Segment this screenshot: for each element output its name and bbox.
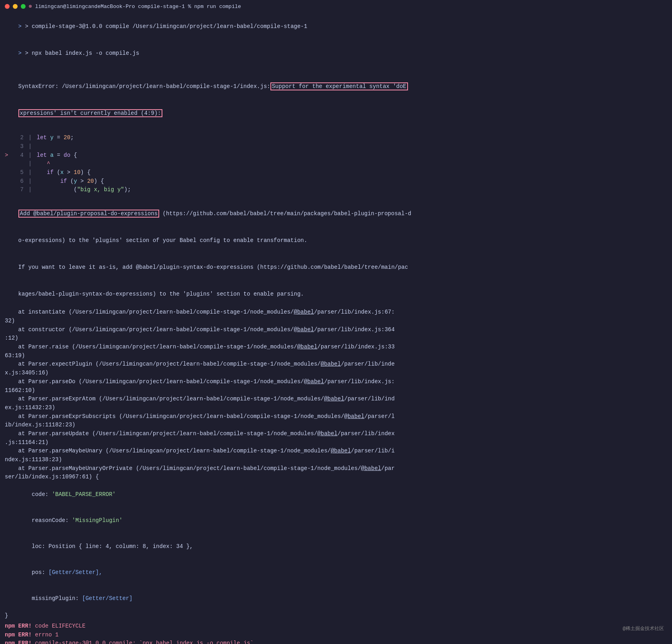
- pos-val: [Getter/Setter],: [48, 569, 102, 576]
- stack-3: at Parser.expectPlugin (/Users/limingcan…: [5, 360, 667, 377]
- code-line-6: 6 | if (y > 20) {: [5, 177, 667, 186]
- error-code-line: code: 'BABEL_PARSE_ERROR': [5, 482, 667, 508]
- title-text: ⊗ limingcan@limingcandeMacBook-Pro compi…: [29, 3, 241, 10]
- code-content-4: let a = do {: [33, 151, 667, 160]
- missing-val: [Getter/Setter]: [82, 595, 132, 602]
- pipe-4: |: [27, 151, 33, 160]
- pipe-3: |: [27, 142, 33, 151]
- line-num-6: 6: [13, 177, 27, 186]
- code-line-7: 7 | ("big x, big y");: [5, 186, 667, 194]
- gt-icon2: >: [18, 50, 25, 56]
- title-bar: ⊗ limingcan@limingcandeMacBook-Pro compi…: [5, 3, 667, 10]
- reason-label: reasonCode:: [25, 517, 68, 524]
- maximize-dot: [21, 4, 26, 9]
- code-label: code:: [25, 491, 48, 498]
- pipe-c: |: [27, 160, 33, 168]
- syntax-error-cont-line: xpressions' isn't currently enabled (4:9…: [5, 100, 667, 126]
- syntax-error-cont: xpressions' isn't currently enabled (4:9…: [20, 110, 161, 116]
- pos-label: pos:: [25, 569, 45, 576]
- add-plugin-rest2: o-expressions) to the 'plugins' section …: [18, 237, 308, 244]
- stack-9: at Parser.parseMaybeUnaryOrPrivate (/Use…: [5, 464, 667, 482]
- stack-6: at Parser.parseExprSubscripts (/Users/li…: [5, 412, 667, 430]
- error-pos-line: pos: [Getter/Setter],: [5, 560, 667, 586]
- stack-1: at constructor (/Users/limingcan/project…: [5, 326, 667, 343]
- stack-4: at Parser.parseDo (/Users/limingcan/proj…: [5, 378, 667, 395]
- code-content-5: if (x > 10) {: [33, 168, 667, 177]
- add-plugin-line1: Add @babel/plugin-proposal-do-expression…: [5, 201, 667, 227]
- run-line1: > > compile-stage-3@1.0.0 compile /Users…: [5, 14, 667, 40]
- stack-8: at Parser.parseMaybeUnary (/Users/liming…: [5, 447, 667, 464]
- close-brace: }: [5, 612, 8, 619]
- code-content-6: if (y > 20) {: [33, 177, 667, 186]
- error-reason-line: reasonCode: 'MissingPlugin': [5, 508, 667, 534]
- error-close: }: [5, 612, 667, 620]
- line-num-2: 2: [13, 134, 27, 142]
- line-num-5: 5: [13, 168, 27, 177]
- code-val: 'BABEL_PARSE_ERROR': [52, 491, 116, 498]
- prompt-icon: ⊗: [29, 4, 35, 10]
- npm-err-2: npm ERR! compile-stage-3@1.0.0 compile: …: [5, 639, 667, 644]
- loc-val: Position { line: 4, column: 8, index: 34…: [48, 543, 193, 550]
- leave-as-is-line1: If you want to leave it as-is, add @babe…: [5, 254, 667, 280]
- watermark-text: @稀土掘金技术社区: [623, 626, 664, 632]
- syntax-error-line: SyntaxError: /Users/limingcan/project/le…: [5, 74, 667, 100]
- minimize-dot: [13, 4, 18, 9]
- code-block: 2 | let y = 20; 3 | > 4 | let a = do {: [5, 134, 667, 194]
- arrow-4: >: [5, 151, 13, 160]
- prompt-cmd: npm run compile: [194, 4, 241, 10]
- gt-icon: >: [18, 23, 25, 30]
- code-line-3: 3 |: [5, 142, 667, 151]
- npm-err-1: npm ERR! errno 1: [5, 631, 667, 640]
- add-plugin-rest1: (https://github.com/babel/babel/tree/mai…: [159, 210, 411, 217]
- npm-errors: npm ERR! code ELIFECYCLE npm ERR! errno …: [5, 622, 667, 644]
- reason-val: 'MissingPlugin': [72, 517, 122, 524]
- line-num-7: 7: [13, 186, 27, 194]
- error-loc-line: loc: Position { line: 4, column: 8, inde…: [5, 534, 667, 560]
- run-line2: > > npx babel index.js -o compile.js: [5, 40, 667, 66]
- error-missing-line: missingPlugin: [Getter/Setter]: [5, 586, 667, 612]
- line-num-c: [13, 160, 27, 168]
- leave-as-is-2: kages/babel-plugin-syntax-do-expressions…: [18, 291, 304, 297]
- loc-label: loc:: [25, 543, 45, 550]
- stack-7: at Parser.parseUpdate (/Users/limingcan/…: [5, 430, 667, 447]
- pipe-2: |: [27, 134, 33, 142]
- stack-2: at Parser.raise (/Users/limingcan/projec…: [5, 343, 667, 360]
- prompt-user: limingcan@limingcandeMacBook-Pro: [35, 4, 135, 10]
- error-object: code: 'BABEL_PARSE_ERROR' reasonCode: 'M…: [5, 482, 667, 620]
- code-line-caret: | ^: [5, 160, 667, 168]
- leave-as-is-line2: kages/babel-plugin-syntax-do-expressions…: [5, 281, 667, 307]
- run-line1-text: > compile-stage-3@1.0.0 compile /Users/l…: [25, 23, 307, 30]
- pipe-6: |: [27, 177, 33, 186]
- stack-5: at Parser.parseExprAtom (/Users/limingca…: [5, 395, 667, 412]
- run-line2-text: > npx babel index.js -o compile.js: [25, 50, 139, 56]
- code-content-7: ("big x, big y");: [33, 186, 667, 194]
- code-line-2: 2 | let y = 20;: [5, 134, 667, 142]
- missing-label: missingPlugin:: [25, 595, 78, 602]
- syntax-error-box2: xpressions' isn't currently enabled (4:9…: [18, 109, 163, 117]
- code-content-caret: ^: [33, 160, 667, 168]
- npm-err-0: npm ERR! code ELIFECYCLE: [5, 622, 667, 631]
- pipe-5: |: [27, 168, 33, 177]
- close-dot: [5, 4, 10, 9]
- leave-as-is-1: If you want to leave it as-is, add @babe…: [18, 264, 408, 270]
- pipe-7: |: [27, 186, 33, 194]
- stack-trace: at instantiate (/Users/limingcan/project…: [5, 308, 667, 482]
- add-plugin-box: Add @babel/plugin-proposal-do-expression…: [18, 210, 159, 218]
- add-plugin-text: Add @babel/plugin-proposal-do-expression…: [20, 210, 158, 217]
- syntax-error-box1: Support for the experimental syntax 'doE: [270, 82, 408, 90]
- syntax-error-prefix: SyntaxError: /Users/limingcan/project/le…: [18, 83, 270, 90]
- stack-0: at instantiate (/Users/limingcan/project…: [5, 308, 667, 325]
- code-content-2: let y = 20;: [33, 134, 667, 142]
- syntax-error-highlight: Support for the experimental syntax 'doE: [272, 83, 406, 90]
- line-num-3: 3: [13, 142, 27, 151]
- watermark: @稀土掘金技术社区: [623, 625, 664, 632]
- code-line-5: 5 | if (x > 10) {: [5, 168, 667, 177]
- prompt-dir: compile-stage-1: [138, 4, 185, 10]
- code-content-3: [33, 142, 667, 151]
- line-num-4: 4: [13, 151, 27, 160]
- code-line-4: > 4 | let a = do {: [5, 151, 667, 160]
- add-plugin-line2: o-expressions) to the 'plugins' section …: [5, 228, 667, 254]
- terminal-window: ⊗ limingcan@limingcandeMacBook-Pro compi…: [0, 0, 672, 644]
